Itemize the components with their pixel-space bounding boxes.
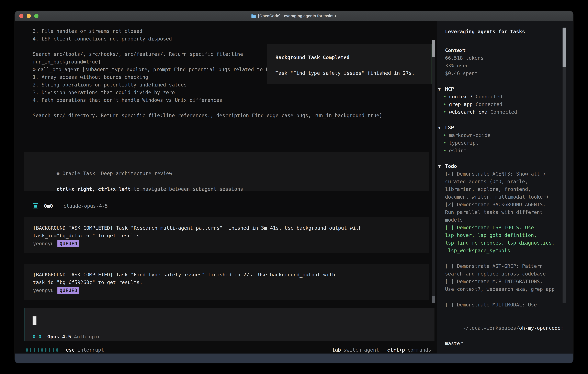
green-dot-icon: • <box>443 139 446 147</box>
chevron-down-icon: ▼ <box>438 124 441 132</box>
tab-key-hint: tab <box>332 346 341 354</box>
message-author: yeongyu <box>33 240 54 248</box>
lsp-section-header[interactable]: ▼LSP <box>445 124 573 132</box>
agent-name: OmO <box>44 202 53 210</box>
context-heading: Context <box>445 47 573 54</box>
toast-notification[interactable]: Background Task Completed Task "Find typ… <box>267 44 431 84</box>
message-text: [BACKGROUND TASK COMPLETED] Task "Find t… <box>33 271 335 286</box>
mcp-item-grep-app: • grep_app Connected <box>445 101 573 108</box>
oracle-task-card[interactable]: ◉ Oracle Task "Deep architecture review"… <box>24 152 429 191</box>
green-dot-icon: • <box>443 147 446 155</box>
desktop: { "window": { "title": "[OpenCode] Lever… <box>0 0 588 374</box>
main-scrollbar-thumb[interactable] <box>432 40 435 57</box>
input-model-label: Opus 4.5 <box>41 333 74 341</box>
session-title: Leveraging agents for tasks <box>445 28 573 35</box>
oracle-hint-keys: ctrl+x right, ctrl+x left <box>57 186 131 192</box>
oracle-hint: ctrl+x right, ctrl+x left to navigate be… <box>33 177 243 201</box>
tab-key-label: switch agent <box>344 346 379 354</box>
prompt-input[interactable]: OmO Opus 4.5 Anthropic <box>24 308 434 341</box>
todo-item-ast-grep: [ ] Demonstrate AST-GREP: Pattern search… <box>445 262 573 278</box>
gear-icon: ⚙ <box>33 66 36 73</box>
activity-dot <box>53 348 54 352</box>
todo-item-multimodal: [ ] Demonstrate MULTIMODAL: Use <box>445 301 573 309</box>
green-dot-icon: • <box>443 101 446 108</box>
conversation-pane[interactable]: 3. File handles or streams not closed 4.… <box>15 21 435 353</box>
oracle-hint-text: to navigate between subagent sessions <box>131 186 243 192</box>
todo-section-header[interactable]: ▼Todo <box>445 162 573 170</box>
esc-key-hint: esc <box>66 346 75 354</box>
message-background-task-1[interactable]: [BACKGROUND TASK COMPLETED] Task "Resear… <box>24 217 429 253</box>
zoom-button[interactable] <box>34 14 39 18</box>
message-text: [BACKGROUND TASK COMPLETED] Task "Resear… <box>33 224 362 239</box>
status-bar: esc interrupt tab switch agent ctrl+p co… <box>26 346 431 354</box>
workspace-branch: master <box>445 340 573 347</box>
text-cursor <box>32 316 36 325</box>
green-dot-icon: • <box>443 93 446 101</box>
lsp-item-typescript: • typescript <box>445 139 573 147</box>
lsp-item-markdown-oxide: • markdown-oxide <box>445 132 573 139</box>
lsp-item-eslint: • eslint <box>445 147 573 155</box>
message-author: yeongyu <box>33 287 54 294</box>
status-badge: QUEUED <box>57 240 79 247</box>
sidebar-scrollbar-thumb[interactable] <box>563 28 566 67</box>
input-provider-label: Anthropic <box>74 333 101 341</box>
titlebar[interactable]: [OpenCode] Leveraging agents for tasks ◐ <box>15 11 573 21</box>
activity-dot <box>41 348 43 352</box>
context-tokens: 66,518 tokens <box>445 54 573 62</box>
ctrlp-key-label: commands <box>408 346 431 354</box>
context-spent: $0.46 spent <box>445 70 573 77</box>
chevron-down-icon: ▼ <box>438 162 441 170</box>
activity-dot <box>45 348 46 352</box>
status-badge: QUEUED <box>57 287 79 294</box>
window-title: [OpenCode] Leveraging agents for tasks ◐ <box>251 14 337 18</box>
input-agent-label: OmO <box>32 333 41 341</box>
oracle-icon: ◉ <box>57 170 60 176</box>
activity-dot <box>26 348 28 352</box>
chevron-down-icon: ▼ <box>438 85 441 93</box>
toast-body: Task "Find type safety issues" finished … <box>275 69 415 77</box>
traffic-lights <box>19 14 39 18</box>
workspace-path: ~/local-workspaces/oh-my-opencode: <box>445 317 573 340</box>
main-scrollbar-thumb-secondary[interactable] <box>432 296 435 303</box>
main-scrollbar-track[interactable] <box>432 40 435 303</box>
terminal-window: [OpenCode] Leveraging agents for tasks ◐… <box>15 11 573 363</box>
activity-dot <box>56 348 58 352</box>
green-dot-icon: • <box>443 132 446 139</box>
todo-item-background-agents: [✓] Demonstrate BACKGROUND AGENTS: Run p… <box>445 201 573 224</box>
activity-dot <box>34 348 35 352</box>
mcp-section-header[interactable]: ▼MCP <box>445 85 573 93</box>
todo-item-mcp-integrations: [ ] Demonstrate MCP INTEGRATIONS: Use co… <box>445 278 573 293</box>
session-sidebar: Leveraging agents for tasks Context 66,5… <box>437 21 573 353</box>
activity-dots <box>26 348 58 352</box>
minimize-button[interactable] <box>27 14 31 18</box>
close-button[interactable] <box>19 14 23 18</box>
activity-dot <box>49 348 50 352</box>
activity-dot <box>30 348 32 352</box>
green-dot-icon: • <box>443 108 446 116</box>
toast-title: Background Task Completed <box>275 54 350 61</box>
mcp-item-context7: • context7 Connected <box>445 93 573 101</box>
todo-item-agents: [✓] Demonstrate AGENTS: Show all 7 curat… <box>445 170 573 201</box>
agent-model: claude-opus-4-5 <box>63 202 108 210</box>
mcp-item-websearch-exa: • websearch_exa Connected <box>445 108 573 116</box>
agent-section-header: OmO · claude-opus-4-5 <box>33 202 108 210</box>
esc-key-label: interrupt <box>77 346 104 354</box>
folder-icon <box>251 14 256 18</box>
message-background-task-2[interactable]: [BACKGROUND TASK COMPLETED] Task "Find t… <box>24 264 429 300</box>
sidebar-scrollbar-track[interactable] <box>563 28 566 303</box>
agent-separator: · <box>57 202 60 210</box>
ctrlp-key-hint: ctrl+p <box>387 346 405 354</box>
todo-item-lsp-tools: [ ] Demonstrate LSP TOOLS: Use lsp_hover… <box>445 224 573 254</box>
agent-square-icon <box>33 203 38 209</box>
window-title-text: [OpenCode] Leveraging agents for tasks ◐ <box>258 14 337 18</box>
window-bottom-chrome <box>15 353 573 363</box>
context-used: 33% used <box>445 62 573 70</box>
activity-dot <box>38 348 39 352</box>
